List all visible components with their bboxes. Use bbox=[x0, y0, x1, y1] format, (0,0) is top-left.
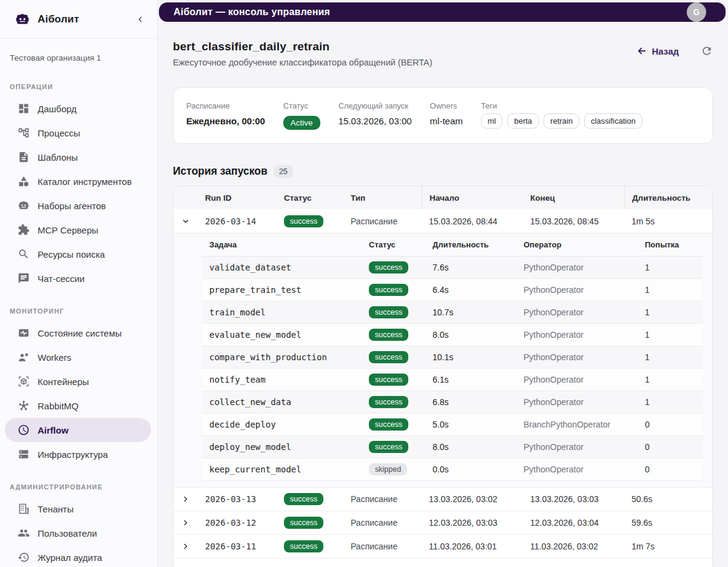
sidebar-item-users[interactable]: Пользователи bbox=[0, 521, 157, 545]
sidebar-item-agent-sets[interactable]: Наборы агентов bbox=[0, 193, 157, 218]
run-type: Расписание bbox=[343, 518, 422, 528]
task-row: decide_deploy success 5.0s BranchPythonO… bbox=[202, 414, 703, 436]
run-row[interactable]: 2026-03-12 success Расписание 12.03.2026… bbox=[174, 511, 712, 534]
task-operator: PythonOperator bbox=[516, 465, 638, 474]
tag-pill: ml bbox=[481, 113, 503, 129]
sidebar-header: Аіболит bbox=[0, 0, 157, 39]
runs-count-badge: 25 bbox=[274, 165, 293, 178]
run-row[interactable]: 2026-03-11 success Расписание 11.03.2026… bbox=[174, 534, 712, 558]
task-attempt: 1 bbox=[638, 375, 703, 384]
owners-field: Owners ml-team bbox=[430, 101, 463, 126]
sidebar-item-containers[interactable]: Контейнеры bbox=[0, 369, 157, 394]
task-name: deploy_new_model bbox=[202, 442, 362, 452]
runs-table-header: Run ID Статус Тип Начало Конец Длительно… bbox=[174, 186, 712, 209]
document-icon bbox=[17, 150, 30, 164]
tags-label: Теги bbox=[481, 101, 642, 110]
task-duration: 10.1s bbox=[425, 352, 516, 362]
col-type: Тип bbox=[343, 186, 422, 209]
next-run-field: Следующий запуск 15.03.2026, 03:00 bbox=[339, 101, 412, 126]
run-id: 2026-03-14 bbox=[198, 216, 277, 226]
sidebar-item-templates[interactable]: Шаблоны bbox=[0, 145, 157, 169]
building-icon bbox=[17, 502, 30, 515]
task-status-badge: success bbox=[369, 396, 408, 408]
run-status-badge: success bbox=[284, 517, 323, 529]
task-operator: PythonOperator bbox=[516, 263, 638, 272]
task-attempt: 1 bbox=[638, 307, 703, 317]
task-duration: 10.7s bbox=[425, 307, 516, 317]
chevron-right-icon[interactable] bbox=[174, 542, 198, 551]
arrow-left-icon bbox=[636, 45, 647, 56]
task-duration: 8.0s bbox=[425, 442, 516, 452]
sidebar-item-airflow[interactable]: Airflow bbox=[5, 418, 151, 442]
schedule-field: Расписание Ежедневно, 00:00 bbox=[186, 101, 265, 126]
task-operator: PythonOperator bbox=[516, 330, 638, 340]
sidebar-item-label: Контейнеры bbox=[38, 377, 89, 387]
col-run-id: Run ID bbox=[198, 186, 277, 209]
sidebar-item-dashboard[interactable]: Дашборд bbox=[0, 96, 157, 121]
task-duration: 8.0s bbox=[425, 330, 516, 340]
task-operator: PythonOperator bbox=[516, 285, 638, 295]
task-attempt: 1 bbox=[638, 397, 703, 407]
user-avatar[interactable]: G bbox=[687, 2, 706, 22]
owners-label: Owners bbox=[430, 101, 463, 110]
chevron-down-icon[interactable] bbox=[174, 217, 198, 226]
sidebar-item-mcp-servers[interactable]: MCP Серверы bbox=[0, 218, 157, 242]
brand-title: Аіболит bbox=[38, 13, 133, 25]
tag-pill: classification bbox=[584, 113, 642, 129]
schedule-value: Ежедневно, 00:00 bbox=[186, 116, 265, 126]
task-name: decide_deploy bbox=[202, 420, 362, 429]
app-root: Аіболит Тестовая организация 1 ОПЕРАЦИИ … bbox=[0, 0, 728, 567]
task-row: evaluate_new_model success 8.0s PythonOp… bbox=[202, 324, 703, 346]
sidebar-item-audit-log[interactable]: Журнал аудита bbox=[0, 545, 157, 567]
task-table-header: Задача Статус Длительность Оператор Попы… bbox=[202, 233, 703, 257]
sidebar-item-label: Чат-сессии bbox=[38, 273, 84, 284]
task-name: notify_team bbox=[202, 375, 362, 384]
dag-info-card: Расписание Ежедневно, 00:00 Статус Activ… bbox=[173, 87, 713, 144]
task-attempt: 1 bbox=[638, 352, 703, 362]
org-name: Тестовая организация 1 bbox=[10, 53, 147, 62]
status-badge: Active bbox=[283, 116, 320, 130]
sidebar-item-chat-sessions[interactable]: Чат-сессии bbox=[0, 266, 157, 290]
col-start: Начало bbox=[422, 186, 523, 209]
history-icon bbox=[17, 551, 30, 564]
users-icon bbox=[17, 526, 30, 540]
task-operator: PythonOperator bbox=[516, 397, 638, 407]
task-name: compare_with_production bbox=[202, 352, 362, 362]
status-label: Статус bbox=[283, 101, 320, 110]
run-row[interactable]: 2026-03-13 success Расписание 13.03.2026… bbox=[174, 487, 712, 511]
col-status: Статус bbox=[277, 186, 343, 209]
sidebar: Аіболит Тестовая организация 1 ОПЕРАЦИИ … bbox=[0, 0, 158, 567]
refresh-button[interactable] bbox=[701, 45, 713, 57]
task-row: train_model success 10.7s PythonOperator… bbox=[202, 301, 703, 324]
page-title: bert_classifier_daily_retrain bbox=[173, 40, 636, 53]
chevron-right-icon[interactable] bbox=[174, 518, 198, 527]
sidebar-item-search-resources[interactable]: Ресурсы поиска bbox=[0, 242, 157, 266]
sidebar-collapse-icon[interactable] bbox=[133, 12, 147, 27]
sidebar-item-infrastructure[interactable]: Инфраструктура bbox=[0, 442, 157, 466]
chevron-right-icon[interactable] bbox=[174, 495, 198, 503]
task-row: deploy_new_model success 8.0s PythonOper… bbox=[202, 436, 703, 458]
task-name: validate_dataset bbox=[202, 263, 362, 272]
sidebar-item-label: RabbitMQ bbox=[38, 401, 79, 411]
main-area: Аіболит — консоль управления G bert_clas… bbox=[158, 0, 728, 567]
task-duration: 7.6s bbox=[425, 263, 516, 272]
task-status-badge: success bbox=[369, 329, 408, 341]
sidebar-item-system-health[interactable]: Состояние системы bbox=[0, 321, 157, 345]
task-status-badge: success bbox=[369, 306, 408, 318]
sidebar-item-label: Дашборд bbox=[38, 104, 76, 114]
sidebar-item-label: Ресурсы поиска bbox=[38, 249, 105, 260]
sidebar-item-processes[interactable]: Процессы bbox=[0, 121, 157, 145]
sidebar-item-tool-catalog[interactable]: Каталог инструментов bbox=[0, 169, 157, 193]
sidebar-item-tenants[interactable]: Тенанты bbox=[0, 497, 157, 521]
run-id: 2026-03-11 bbox=[198, 542, 277, 551]
run-type: Расписание bbox=[343, 216, 422, 226]
sidebar-item-rabbitmq[interactable]: RabbitMQ bbox=[0, 394, 157, 418]
run-end: 11.03.2026, 03:02 bbox=[523, 542, 624, 551]
task-status-badge: skipped bbox=[369, 463, 407, 475]
run-end: 13.03.2026, 03:03 bbox=[523, 494, 624, 504]
run-duration: 59.6s bbox=[624, 518, 712, 528]
next-run-label: Следующий запуск bbox=[339, 101, 412, 110]
sidebar-item-workers[interactable]: Workers bbox=[0, 345, 157, 369]
run-row-expanded[interactable]: 2026-03-14 success Расписание 15.03.2026… bbox=[174, 209, 712, 233]
back-button[interactable]: Назад bbox=[636, 45, 679, 56]
